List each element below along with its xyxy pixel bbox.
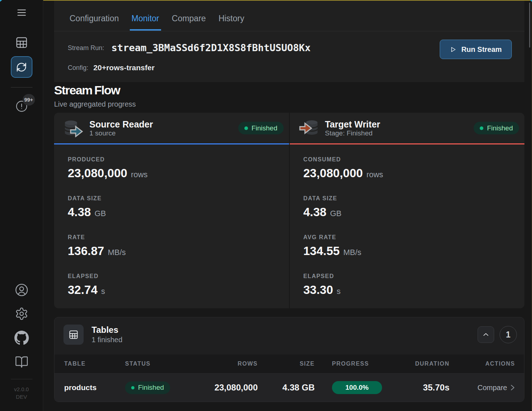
database-import-icon <box>299 119 319 137</box>
stat-elapsed-target: ELAPSED 33.30 s <box>303 273 525 297</box>
target-writer-panel: Target Writer Stage: Finished Finished C… <box>290 113 525 308</box>
notifications-button[interactable]: 99+ <box>15 100 28 112</box>
stat-produced-unit: rows <box>131 170 147 179</box>
status-dot-icon <box>244 126 248 130</box>
cell-duration: 35.70s <box>383 383 449 393</box>
stat-value-row: 23,080,000 rows <box>303 166 525 180</box>
version-number: v2.0.0 <box>11 385 32 393</box>
panel-stats: CONSUMED 23,080,000 rows DATA SIZE 4.38 … <box>290 144 525 308</box>
stat-elapsed-target-value: 33.30 <box>303 283 333 297</box>
table-icon <box>68 330 79 340</box>
panel-stats: PRODUCED 23,080,000 rows DATA SIZE 4.38 … <box>54 144 289 308</box>
screen-corner-artifact-topright <box>530 0 532 2</box>
header-band: Configuration Monitor Compare History St… <box>54 1 524 82</box>
tab-configuration[interactable]: Configuration <box>70 6 119 31</box>
cell-actions: Compare <box>449 384 515 392</box>
col-duration: DURATION <box>383 361 449 367</box>
tab-compare[interactable]: Compare <box>172 6 206 31</box>
panel-header: Source Reader 1 source Finished <box>54 113 289 143</box>
cell-rows: 23,080,000 <box>194 383 258 393</box>
cell-size: 4.38 GB <box>258 383 315 393</box>
cell-status: Finished <box>125 381 194 394</box>
stat-value-row: 136.87 MB/s <box>68 244 289 258</box>
stat-rate: RATE 136.87 MB/s <box>68 234 289 258</box>
stat-elapsed-value: 32.74 <box>68 283 98 297</box>
stat-value-row: 4.38 GB <box>68 205 289 219</box>
col-size: SIZE <box>258 361 315 367</box>
sidebar-item-tables[interactable] <box>15 36 28 49</box>
sidebar-bottom-group: v2.0.0 DEV <box>11 283 32 411</box>
screen-corner-artifact-topleft <box>0 0 2 2</box>
tables-header-actions: 1 <box>478 326 517 343</box>
docs-button[interactable] <box>15 355 28 369</box>
main-area: Configuration Monitor Compare History St… <box>43 0 532 411</box>
stat-data-size-target: DATA SIZE 4.38 GB <box>303 195 525 219</box>
stat-data-size-unit: GB <box>94 209 106 218</box>
play-icon <box>450 46 457 53</box>
stream-flow-panels: Source Reader 1 source Finished PRODUCED <box>54 113 524 308</box>
table-row: products Finished 23,080,000 4.38 GB 100… <box>54 374 524 402</box>
stat-avg-rate: AVG RATE 134.55 MB/s <box>303 234 525 258</box>
tab-history[interactable]: History <box>218 6 244 31</box>
github-icon <box>14 331 29 345</box>
source-reader-panel: Source Reader 1 source Finished PRODUCED <box>54 113 289 308</box>
stream-flow-section: Stream Flow Live aggregated progress S <box>54 84 524 308</box>
stream-flow-title: Stream Flow <box>54 84 524 96</box>
config-value: 20+rows-transfer <box>93 63 155 72</box>
source-status-badge: Finished <box>238 122 284 134</box>
user-account-button[interactable] <box>15 283 28 297</box>
stream-run-label: Stream Run: <box>68 44 104 52</box>
settings-button[interactable] <box>15 307 28 321</box>
stat-produced: PRODUCED 23,080,000 rows <box>68 156 289 180</box>
row-status-label: Finished <box>138 384 164 392</box>
stream-flow-subtitle: Live aggregated progress <box>54 99 524 109</box>
cell-table-name: products <box>64 383 125 392</box>
notification-count-badge: 99+ <box>23 94 35 106</box>
tab-monitor[interactable]: Monitor <box>132 6 159 31</box>
stat-produced-value: 23,080,000 <box>68 166 127 180</box>
tab-bar: Configuration Monitor Compare History <box>54 1 524 31</box>
compare-button-label: Compare <box>478 384 507 392</box>
tables-icon-tile <box>63 325 84 345</box>
sidebar-item-stream-active[interactable] <box>11 56 32 78</box>
target-status-label: Finished <box>487 124 513 132</box>
tables-title: Tables <box>92 325 123 335</box>
source-status-label: Finished <box>252 124 278 132</box>
user-icon <box>15 283 28 297</box>
content: Configuration Monitor Compare History St… <box>54 1 524 402</box>
stat-value-row: 134.55 MB/s <box>303 244 525 258</box>
stat-consumed-value: 23,080,000 <box>303 166 363 180</box>
col-rows: ROWS <box>194 361 258 367</box>
status-dot-icon <box>131 386 134 389</box>
github-link-button[interactable] <box>14 331 29 345</box>
table-header-row: TABLE STATUS ROWS SIZE PROGRESS DURATION… <box>54 354 524 374</box>
source-reader-title: Source Reader <box>89 120 153 129</box>
menu-button[interactable] <box>15 7 28 18</box>
tables-subtitle: 1 finished <box>92 335 123 344</box>
progress-pill: 100.0% <box>332 381 382 394</box>
stat-data-size: DATA SIZE 4.38 GB <box>68 195 289 219</box>
row-status-badge: Finished <box>125 381 170 394</box>
stat-value-row: 23,080,000 rows <box>68 166 289 180</box>
tables-header: Tables 1 finished 1 <box>54 317 524 354</box>
sidebar: 99+ v2.0.0 DEV <box>0 0 43 411</box>
tables-section: Tables 1 finished 1 TABLE STATUS ROWS SI… <box>54 317 524 402</box>
stat-consumed-unit: rows <box>367 170 383 179</box>
run-stream-button[interactable]: Run Stream <box>440 40 512 59</box>
stat-rate-unit: MB/s <box>108 248 126 257</box>
col-table: TABLE <box>64 361 125 367</box>
menu-icon <box>16 7 27 18</box>
sync-icon <box>15 61 27 73</box>
tables-titles: Tables 1 finished <box>92 325 123 344</box>
collapse-tables-button[interactable] <box>478 326 494 343</box>
run-header: Stream Run: stream_3BMaSSd6f2D1X8S8fBhtU… <box>54 31 524 72</box>
chevron-right-icon <box>510 384 515 391</box>
book-open-icon <box>15 355 28 369</box>
compare-button[interactable]: Compare <box>478 384 515 392</box>
stream-run-id: stream_3BMaSSd6f2D1X8S8fBhtUSUO8Kx <box>111 41 311 55</box>
gear-icon <box>15 307 28 321</box>
stat-value-row: 33.30 s <box>303 283 525 297</box>
cell-progress: 100.0% <box>315 381 383 394</box>
scrollbar-thumb[interactable] <box>529 3 530 48</box>
stat-rate-value: 136.87 <box>68 244 104 258</box>
